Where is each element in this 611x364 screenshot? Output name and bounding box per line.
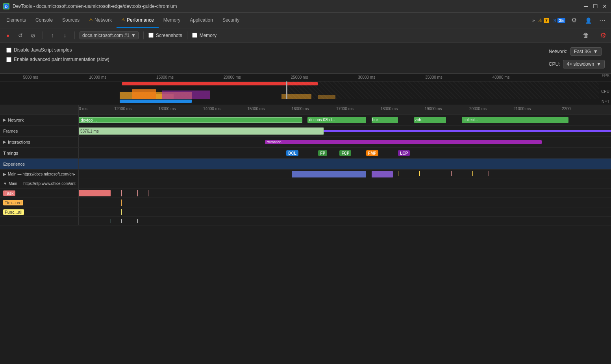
- main1-row[interactable]: ▶ Main — https://docs.microsoft.com/en-u…: [0, 170, 611, 179]
- main1-tick-2: [419, 171, 420, 176]
- tab-performance[interactable]: ⚠ Performance: [117, 13, 159, 28]
- main1-bar-1: [292, 171, 366, 177]
- tab-memory[interactable]: Memory: [159, 13, 185, 28]
- tab-sources[interactable]: Sources: [57, 13, 84, 28]
- timeline-overview[interactable]: 5000 ms 10000 ms 15000 ms 20000 ms 25000…: [0, 74, 611, 105]
- experience-label-text: Experience: [3, 162, 25, 166]
- tab-elements-label: Elements: [6, 17, 26, 23]
- disable-js-label: Disable JavaScript samples: [14, 47, 72, 53]
- network-bar-devtool-label: devtool...: [81, 118, 97, 123]
- toolbar-separator-1: [43, 31, 43, 39]
- enable-paint-checkbox[interactable]: [6, 57, 11, 62]
- cpu-setting-row: CPU: 4× slowdown ▼: [549, 60, 605, 68]
- svg-text:D: D: [5, 5, 8, 9]
- tab-network-label: Network: [94, 17, 112, 23]
- task-tick-1: [121, 190, 122, 196]
- timing-lcp[interactable]: LCP: [398, 150, 410, 156]
- sub-row-1-content: [79, 217, 611, 225]
- ruler-tick-40000: 40000 ms: [493, 75, 510, 79]
- tab-console[interactable]: Console: [31, 13, 57, 28]
- network-bar-collect[interactable]: collect...: [462, 117, 568, 123]
- warning-badge[interactable]: ⚠ 7: [538, 18, 549, 23]
- profile-button[interactable]: 👤: [583, 15, 594, 26]
- timings-time-line: [345, 148, 345, 158]
- overview-bands: CPU NET: [0, 81, 611, 105]
- task-label-badge: Task: [3, 190, 15, 196]
- timing-dcl[interactable]: DCL: [286, 150, 298, 156]
- timings-row[interactable]: Timings DCL FP FCP FMP LCP: [0, 148, 611, 159]
- interaction-bar-1[interactable]: rmmation: [265, 140, 542, 144]
- timer-row-content: [79, 198, 611, 207]
- timing-lcp-label: LCP: [400, 151, 408, 155]
- enable-paint-checkbox-container[interactable]: Enable advanced paint instrumentation (s…: [6, 57, 109, 62]
- tick-21000: 21000 ms: [513, 107, 531, 111]
- task-row[interactable]: Task: [0, 188, 611, 198]
- main1-expand-arrow[interactable]: ▶: [3, 172, 6, 176]
- main1-row-label: ▶ Main — https://docs.microsoft.com/en-u…: [0, 170, 79, 179]
- screenshots-checkbox-container[interactable]: Screenshots: [148, 33, 182, 38]
- network-bar-docons[interactable]: docons.03bd...: [307, 117, 366, 123]
- main2-time-line: [345, 179, 345, 188]
- disable-js-checkbox-container[interactable]: Disable JavaScript samples: [6, 47, 109, 53]
- func-label-badge: Func...all: [3, 209, 24, 215]
- memory-checkbox[interactable]: [192, 33, 197, 38]
- interactions-row[interactable]: ▶ Interactions rmmation: [0, 137, 611, 148]
- export-profile-button[interactable]: ↓: [60, 31, 70, 40]
- more-tabs-button[interactable]: »: [532, 18, 535, 23]
- tab-console-label: Console: [35, 17, 53, 23]
- task-tick-3: [137, 190, 138, 196]
- experience-row[interactable]: Experience: [0, 159, 611, 170]
- frames-row[interactable]: Frames 5376.1 ms: [0, 126, 611, 137]
- close-button[interactable]: ✕: [602, 3, 608, 9]
- error-badge[interactable]: ⊡ 35: [552, 18, 565, 23]
- network-expand-arrow[interactable]: ▶: [3, 118, 6, 122]
- interactions-label-text: Interactions: [8, 140, 30, 144]
- network-bar-zoh[interactable]: zoh...: [414, 117, 446, 123]
- tab-security[interactable]: Security: [218, 13, 244, 28]
- screenshots-checkbox[interactable]: [148, 33, 154, 38]
- settings-left: Disable JavaScript samples Enable advanc…: [6, 47, 109, 62]
- tab-application[interactable]: Application: [185, 13, 218, 28]
- timing-fcp[interactable]: FCP: [339, 150, 351, 156]
- memory-checkbox-container[interactable]: Memory: [192, 33, 217, 38]
- tab-network[interactable]: ⚠ Network: [84, 13, 117, 28]
- clear-button[interactable]: 🗑: [583, 32, 589, 39]
- frames-green-bar[interactable]: 5376.1 ms: [79, 127, 324, 135]
- settings-panel: Disable JavaScript samples Enable advanc…: [0, 42, 611, 74]
- cpu-dropdown[interactable]: 4× slowdown ▼: [563, 60, 605, 68]
- interactions-expand-arrow[interactable]: ▶: [3, 140, 6, 144]
- disable-js-checkbox[interactable]: [6, 48, 11, 53]
- ruler-tick-15000: 15000 ms: [156, 75, 174, 79]
- profile-select-dropdown-icon: ▼: [131, 33, 136, 38]
- network-row[interactable]: ▶ Network devtool... docons.03bd... bur …: [0, 115, 611, 126]
- reload-and-profile-button[interactable]: ↺: [16, 31, 25, 40]
- more-options-button[interactable]: ⋯: [597, 15, 608, 26]
- record-button[interactable]: ●: [3, 31, 13, 40]
- window-title: DevTools - docs.microsoft.com/en-us/micr…: [13, 4, 580, 9]
- timing-fp[interactable]: FP: [318, 150, 327, 156]
- network-bar-docons-label: docons.03bd...: [309, 117, 335, 123]
- network-bar-devtool[interactable]: devtool...: [79, 117, 302, 123]
- performance-toolbar: ● ↺ ⊘ ↑ ↓ docs.microsoft.com #1 ▼ Screen…: [0, 28, 611, 42]
- maximize-button[interactable]: ☐: [592, 3, 598, 9]
- devtools-settings-button[interactable]: ⚙: [568, 15, 580, 26]
- network-bar-bur[interactable]: bur: [372, 117, 398, 123]
- sub-tick-1: [121, 219, 122, 223]
- performance-settings-button[interactable]: ⚙: [598, 31, 608, 40]
- import-profile-button[interactable]: ↑: [48, 31, 57, 40]
- timer-row[interactable]: Tim...red: [0, 198, 611, 207]
- overview-selection: [0, 81, 287, 99]
- tab-elements[interactable]: Elements: [2, 13, 31, 28]
- interactions-row-content: rmmation: [79, 137, 611, 147]
- profile-select[interactable]: docs.microsoft.com #1 ▼: [80, 31, 139, 39]
- main2-expand-arrow[interactable]: ▼: [3, 181, 7, 186]
- main2-row[interactable]: ▼ Main — https://ntp.www.office.com/antp…: [0, 179, 611, 188]
- stop-button[interactable]: ⊘: [28, 31, 38, 40]
- interactions-time-line: [345, 137, 345, 147]
- cpu-setting-label: CPU:: [549, 61, 560, 67]
- func-row[interactable]: Func...all: [0, 207, 611, 217]
- timing-fmp[interactable]: FMP: [366, 150, 378, 156]
- network-dropdown[interactable]: Fast 3G ▼: [570, 47, 602, 56]
- sub-bar-teal: [111, 219, 111, 223]
- minimize-button[interactable]: ─: [583, 3, 589, 9]
